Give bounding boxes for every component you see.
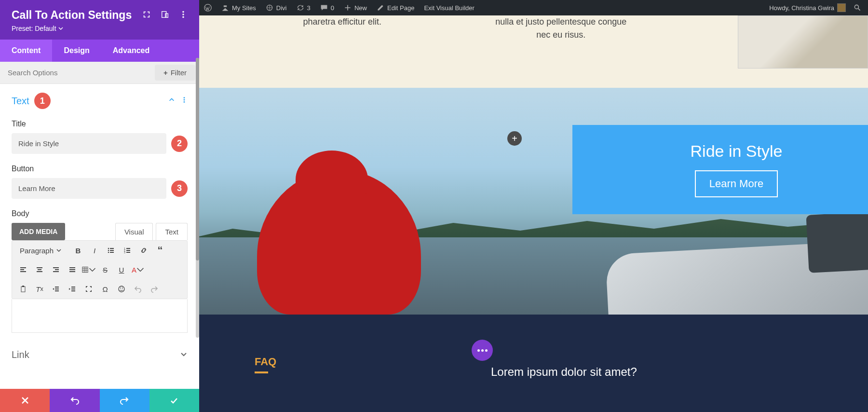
faq-heading: FAQ (255, 356, 276, 368)
my-sites[interactable]: My Sites (217, 0, 261, 15)
scrollbar-thumb[interactable] (196, 58, 199, 261)
svg-point-10 (184, 101, 185, 103)
svg-rect-38 (55, 287, 59, 288)
tab-design[interactable]: Design (52, 40, 101, 62)
bullet-list-button[interactable] (104, 244, 118, 257)
howdy-user[interactable]: Howdy, Christina Gwira (764, 0, 851, 15)
howdy-label: Howdy, Christina Gwira (769, 4, 834, 12)
title-input[interactable] (12, 133, 166, 154)
updates[interactable]: 3 (292, 0, 315, 15)
discard-button[interactable] (0, 389, 50, 412)
new[interactable]: New (339, 0, 372, 15)
caret-down-icon (58, 26, 63, 31)
more-icon[interactable] (179, 10, 188, 21)
expand-link-section[interactable] (180, 350, 188, 360)
settings-tabs: Content Design Advanced (0, 40, 199, 62)
exit-visual-builder[interactable]: Exit Visual Builder (419, 0, 479, 15)
svg-point-46 (122, 288, 123, 288)
sites-icon (221, 4, 229, 12)
filter-button[interactable]: +Filter (155, 65, 195, 81)
search-options-input[interactable] (0, 63, 151, 82)
comments[interactable]: 0 (315, 0, 339, 15)
editor-tab-text[interactable]: Text (156, 223, 188, 240)
preset-dropdown[interactable]: Preset: Default (12, 25, 63, 32)
wp-logo[interactable] (199, 0, 217, 15)
svg-rect-41 (71, 287, 75, 288)
refresh-icon (297, 4, 304, 12)
tab-advanced[interactable]: Advanced (101, 40, 161, 62)
expand-icon[interactable] (142, 10, 151, 21)
wordpress-icon (204, 4, 212, 12)
annotation-badge-3: 3 (171, 180, 188, 197)
svg-point-6 (182, 14, 184, 15)
svg-point-5 (182, 11, 184, 13)
redo-footer-button[interactable] (100, 389, 149, 412)
quote-button[interactable]: “ (153, 244, 167, 257)
footer-section: FAQ Lorem ipsum dolor sit amet? (199, 315, 868, 412)
redo-icon (120, 396, 129, 405)
undo-footer-button[interactable] (50, 389, 99, 412)
redo-button[interactable] (147, 282, 162, 296)
align-justify-button[interactable] (65, 263, 80, 276)
section-more[interactable] (181, 96, 188, 105)
link-section-label[interactable]: Link (12, 349, 29, 360)
button-input[interactable] (12, 178, 166, 199)
clear-format-button[interactable]: Tx (32, 282, 47, 296)
sidebar-scrollbar[interactable] (196, 58, 199, 338)
text-column-1: pharetra efficitur elit. (247, 15, 437, 41)
body-editor[interactable] (12, 299, 188, 333)
undo-button[interactable] (131, 282, 145, 296)
annotation-badge-2: 2 (171, 136, 188, 152)
svg-rect-43 (71, 290, 75, 291)
responsive-icon[interactable] (161, 10, 169, 21)
strike-button[interactable]: S (98, 263, 112, 276)
fullscreen-button[interactable] (81, 282, 96, 296)
collapse-section[interactable] (168, 96, 175, 105)
chevron-up-icon (168, 96, 175, 103)
updates-count: 3 (307, 4, 311, 12)
svg-rect-39 (55, 288, 59, 289)
sidebar-footer (0, 389, 199, 412)
faq-question: Lorem ipsum dolor sit amet? (491, 365, 637, 379)
annotation-badge-1: 1 (34, 93, 51, 109)
editor-tab-visual[interactable]: Visual (115, 223, 153, 240)
svg-text:3: 3 (124, 251, 125, 254)
link-button[interactable] (136, 244, 151, 257)
align-center-button[interactable] (32, 263, 47, 276)
module-options-button[interactable] (472, 340, 493, 361)
format-select[interactable]: Paragraph (16, 245, 69, 257)
cta-button[interactable]: Learn More (695, 170, 778, 197)
outdent-button[interactable] (49, 282, 63, 296)
special-char-button[interactable]: Ω (98, 282, 112, 296)
align-left-button[interactable] (16, 263, 30, 276)
admin-search[interactable] (851, 0, 864, 15)
text-color-button[interactable]: A (131, 263, 145, 276)
emoji-button[interactable] (114, 282, 129, 296)
svg-rect-30 (55, 269, 59, 270)
svg-rect-35 (82, 267, 88, 272)
text-column-2: nulla et justo pellentesque conguenec eu… (466, 15, 656, 41)
svg-rect-31 (53, 271, 59, 272)
table-button[interactable] (81, 263, 96, 276)
indent-button[interactable] (65, 282, 80, 296)
add-module-button[interactable]: + (507, 131, 522, 146)
section-text-label[interactable]: Text (12, 96, 29, 107)
tab-content[interactable]: Content (0, 40, 52, 62)
edit-page-label: Edit Page (387, 4, 414, 12)
bold-button[interactable]: B (71, 244, 85, 257)
paste-button[interactable] (16, 282, 30, 296)
edit-page[interactable]: Edit Page (372, 0, 419, 15)
number-list-button[interactable]: 123 (120, 244, 135, 257)
add-media-button[interactable]: ADD MEDIA (12, 223, 65, 240)
site-name[interactable]: Divi (261, 0, 292, 15)
save-button[interactable] (149, 389, 199, 412)
svg-point-7 (182, 16, 184, 18)
underline-button[interactable]: U (114, 263, 129, 276)
wp-admin-bar: My Sites Divi 3 0 New Edit Page Exit Vis… (199, 0, 868, 15)
svg-rect-32 (69, 267, 75, 268)
wysiwyg-toolbar: Paragraph B I 123 “ S U A Tx (12, 240, 188, 299)
align-right-button[interactable] (49, 263, 63, 276)
italic-button[interactable]: I (87, 244, 102, 257)
cta-module[interactable]: Ride in Style Learn More (572, 125, 868, 214)
faq-underline (255, 371, 268, 373)
